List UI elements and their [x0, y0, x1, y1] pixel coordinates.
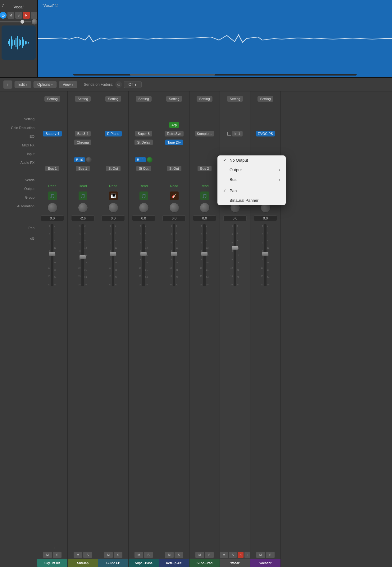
input-mon-btn-ch7[interactable]: I	[244, 552, 250, 558]
automation-label: Automation	[0, 202, 37, 210]
output-btn-ch1[interactable]: Bus 1	[45, 166, 59, 171]
audiofx-btn-ch2[interactable]: Chroma	[74, 140, 91, 145]
solo-button[interactable]: S	[15, 12, 22, 19]
setting-btn-ch6[interactable]: Setting	[197, 96, 212, 102]
mute-button[interactable]: M	[7, 12, 14, 19]
automation-read-ch2[interactable]: Read	[79, 184, 87, 188]
solo-btn-ch6[interactable]: S	[205, 552, 214, 558]
sends-power-btn[interactable]: ⏻	[115, 81, 122, 88]
midifx-btn-ch5[interactable]: Arp	[169, 122, 179, 128]
svg-rect-11	[25, 41, 26, 44]
options-button[interactable]: Options ▾	[33, 81, 57, 88]
mute-btn-ch7[interactable]: M	[220, 552, 228, 558]
send-knob-ch2[interactable]	[86, 157, 92, 163]
mute-btn-ch5[interactable]: M	[165, 552, 174, 558]
menu-item-no-output[interactable]: ✓ No Output	[217, 155, 286, 165]
input-btn-ch2[interactable]: Batt3-4	[75, 131, 91, 136]
db-label: dB	[0, 234, 37, 243]
input-btn-ch7[interactable]: In 1	[232, 131, 243, 136]
solo-btn-ch7[interactable]: S	[229, 552, 237, 558]
automation-read-ch3[interactable]: Read	[109, 184, 117, 188]
input-btn-ch4[interactable]: Super 8	[135, 131, 152, 136]
record-btn-ch7[interactable]: R	[238, 552, 243, 558]
automation-read-ch4[interactable]: Read	[139, 184, 148, 188]
audiofx-btn-ch4[interactable]: St-Delay	[134, 140, 153, 145]
edit-button[interactable]: Edit ▾	[14, 81, 31, 88]
view-button[interactable]: View ▾	[59, 81, 77, 88]
send-chip-ch4[interactable]: B 11	[135, 157, 146, 162]
menu-item-output[interactable]: Output ›	[217, 165, 286, 175]
fader-ch5[interactable]	[173, 224, 175, 286]
automation-read-ch1[interactable]: Read	[48, 184, 56, 188]
solo-btn-ch2[interactable]: S	[83, 552, 92, 558]
input-btn-ch5[interactable]: RetroSyn	[165, 131, 184, 136]
input-btn-ch8[interactable]: EVOC PS	[256, 131, 275, 136]
solo-btn-ch5[interactable]: S	[175, 552, 183, 558]
input-btn-ch1[interactable]: Battery 4	[43, 131, 62, 136]
back-button[interactable]: ↑	[3, 80, 12, 89]
svg-rect-9	[22, 37, 23, 48]
fader-ch7[interactable]	[234, 224, 236, 286]
output-btn-ch6[interactable]: Bus 2	[198, 166, 211, 171]
solo-btn-ch1[interactable]: S	[53, 552, 62, 558]
mute-btn-ch4[interactable]: M	[134, 552, 143, 558]
fader-ch1[interactable]	[51, 224, 53, 286]
db-value-ch2: -2.6	[71, 215, 94, 221]
fader-ch6[interactable]	[203, 224, 206, 286]
audiofx-btn-ch5[interactable]: Tape Dly	[165, 140, 183, 145]
pan-knob-ch2[interactable]	[78, 203, 88, 213]
setting-btn-ch8[interactable]: Setting	[258, 96, 273, 102]
setting-btn-ch1[interactable]: Setting	[44, 96, 60, 102]
mute-btn-ch6[interactable]: M	[195, 552, 204, 558]
send-knob-ch4[interactable]	[147, 157, 153, 163]
ch8-name-bar: Vocoder	[250, 559, 280, 567]
channel-1: Setting Battery 4 Bus 1 Read	[37, 91, 68, 567]
output-btn-ch4[interactable]: St Out	[136, 166, 151, 171]
mute-btn-ch8[interactable]: M	[256, 552, 265, 558]
mute-btn-ch1[interactable]: M	[43, 552, 52, 558]
mute-btn-ch2[interactable]: M	[74, 552, 82, 558]
pan-knob-ch6[interactable]	[200, 203, 210, 213]
mixer-area: Setting Gain Reduction EQ MIDI FX Input …	[0, 91, 392, 567]
pan-knob-ch4[interactable]	[139, 203, 149, 213]
fader-ch4[interactable]	[142, 224, 145, 286]
record-button[interactable]: R	[23, 12, 30, 19]
solo-btn-ch8[interactable]: S	[266, 552, 275, 558]
setting-btn-ch5[interactable]: Setting	[166, 96, 182, 102]
solo-btn-ch3[interactable]: S	[114, 552, 122, 558]
mute-btn-ch3[interactable]: M	[104, 552, 113, 558]
fader-ch8[interactable]	[264, 224, 267, 286]
fader-ch3[interactable]	[112, 224, 114, 286]
output-btn-ch3[interactable]: St Out	[106, 166, 121, 171]
pan-knob-ch5[interactable]	[169, 203, 179, 213]
input-btn-ch3[interactable]: E-Piano	[105, 131, 122, 136]
pan-knob-ch1[interactable]	[48, 203, 57, 213]
sends-value-display[interactable]: Off ⬍	[124, 81, 142, 88]
channel-4: Setting Super 8 St-Delay B 11 St Out	[129, 91, 159, 567]
menu-item-binaural-panner[interactable]: Binaural Panner	[217, 196, 286, 205]
menu-item-bus[interactable]: Bus ›	[217, 175, 286, 184]
power-button[interactable]: ⏻	[0, 12, 7, 19]
automation-read-ch5[interactable]: Read	[170, 184, 178, 188]
automation-read-ch6[interactable]: Read	[200, 184, 208, 188]
setting-btn-ch3[interactable]: Setting	[105, 96, 121, 102]
setting-btn-ch2[interactable]: Setting	[75, 96, 90, 102]
pan-label: Pan	[0, 222, 37, 234]
input-btn-ch6[interactable]: Komplet...	[195, 131, 214, 136]
fader-ch2[interactable]	[81, 224, 84, 286]
ch2-name-bar: Sn/Clap	[68, 559, 98, 567]
input-button[interactable]: I	[31, 12, 38, 19]
channels-area: Setting Battery 4 Bus 1 Read	[37, 91, 392, 567]
output-btn-ch2[interactable]: Bus 1	[76, 166, 89, 171]
solo-btn-ch4[interactable]: S	[144, 552, 153, 558]
send-chip-ch2[interactable]: B 10	[74, 157, 85, 162]
channel-2: Setting Batt3-4 Chroma B 10 Bus 1	[68, 91, 98, 567]
pan-knob-ch3[interactable]	[108, 203, 118, 213]
labels-column: Setting Gain Reduction EQ MIDI FX Input …	[0, 91, 37, 567]
setting-btn-ch4[interactable]: Setting	[136, 96, 151, 102]
setting-btn-ch7[interactable]: Setting	[227, 96, 243, 102]
output-btn-ch5[interactable]: St Out	[167, 166, 181, 171]
svg-rect-2	[11, 36, 12, 49]
menu-item-pan[interactable]: ✓ Pan	[217, 186, 286, 196]
svg-rect-10	[23, 39, 24, 46]
